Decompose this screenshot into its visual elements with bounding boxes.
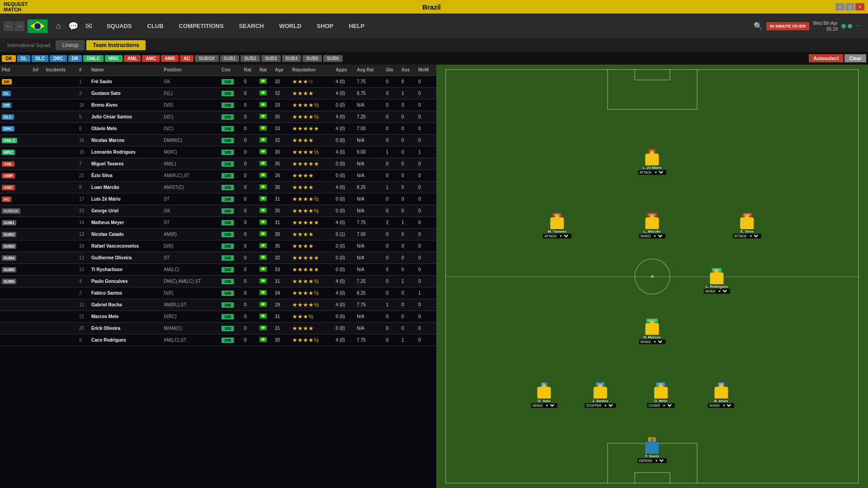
cell-ass: 0 [400,240,416,252]
table-row[interactable]: SUB6 4 Paulo Goncalves DM(C),AM(LC),ST 1… [0,275,436,287]
back-button[interactable]: ← [4,21,14,31]
nav-club[interactable]: CLUB [140,20,171,32]
filter-ac[interactable]: AC [180,55,193,62]
cell-pkd: SUB6 [0,275,31,287]
filter-amr[interactable]: AMR [161,55,179,62]
pitch-player[interactable]: GK F. Saulo DEFEND ▼ [637,437,667,463]
filter-aml[interactable]: AML [124,55,141,62]
nav-shop[interactable]: SHOP [310,20,341,32]
table-row[interactable]: AMC 8 Luan Marcão AM/ST(C) 100 0 30 ★★★★… [0,181,436,193]
cell-rat: 0 [242,322,258,334]
table-row[interactable]: 2 Fabico Santos D(R) 100 0 34 ★★★★½ 4 (0… [0,287,436,299]
table-row[interactable]: SUBGK 23 George Uriel GK 100 0 35 ★★★★½ … [0,205,436,216]
player-role-select[interactable]: ▼ [716,289,728,293]
player-role-select[interactable]: ▼ [651,234,664,238]
player-role-select[interactable]: ▼ [557,234,570,238]
table-row[interactable]: DLC 5 Julio César Santos D(C) 100 0 35 ★… [0,111,436,122]
cell-num: 23 [77,205,90,216]
nav-help[interactable]: HELP [341,20,372,32]
player-role-select[interactable]: ▼ [652,170,665,174]
table-row[interactable]: SUB5 10 Ti Rycharlison AM(LC) 100 0 33 ★… [0,263,436,275]
pitch-player[interactable]: DLC J. Santos STOPPER ▼ [585,382,616,408]
pitch-player[interactable]: MRC L. Rodrigues MIXED ▼ [703,268,730,294]
table-row[interactable]: SUB2 13 Nicolas Caiado AM(R) 100 0 30 ★★… [0,228,436,240]
chat-icon[interactable]: 💬 [68,21,78,31]
player-role-select[interactable]: ▼ [721,404,733,408]
table-row[interactable]: 20 Erick Oliveira M/AM(C) 100 0 31 ★★★★ … [0,322,436,334]
table-row[interactable]: DL 3 Gustavo Sato D(L) 100 0 32 ★★★★ 4 (… [0,87,436,99]
cell-age: 30 [273,146,290,158]
filter-dlc[interactable]: DLC [32,55,48,62]
table-row[interactable]: DR 18 Breno Alves D(R) 100 0 33 ★★★★½ 0 … [0,99,436,111]
clear-button[interactable]: Clear [844,54,866,62]
table-row[interactable]: MRC 15 Leonardo Rodrigues M(RC) 100 0 30… [0,146,436,158]
maximize-button[interactable]: □ [845,3,854,10]
table-row[interactable]: DMLC 16 Nicolas Marcos DM/M(C) 100 0 32 … [0,134,436,146]
filter-sub3[interactable]: SUB3 [261,55,281,62]
mail-icon[interactable]: ✉ [85,21,92,31]
table-row[interactable]: 22 Marcos Melo D(RC) 100 0 31 ★★★½ 0 (0)… [0,310,436,322]
nav-world[interactable]: WORLD [272,20,308,32]
close-button[interactable]: × [855,3,864,10]
player-role-select[interactable]: ▼ [661,404,673,408]
filter-drc[interactable]: DRC [50,55,67,62]
tab-team-instructions[interactable]: Team Instructions [86,40,145,50]
pitch-player[interactable]: DR B. Alves MIXED ▼ [708,382,735,408]
player-role-select[interactable]: ▼ [747,234,760,238]
cell-age: 32 [273,134,290,146]
table-row[interactable]: AC 17 Luis Zé Mário ST 100 0 31 ★★★★½ 0 … [0,193,436,205]
player-role-select[interactable]: ▼ [543,404,556,408]
pitch-player[interactable]: AMR É. Silva ATTACK ▼ [733,213,762,239]
filter-dmlc[interactable]: DMLC [83,55,104,62]
cell-pkd: DMLC [0,134,31,146]
nav-search[interactable]: SEARCH [232,20,271,32]
table-row[interactable]: DRC 6 Otávio Melo D(C) 100 0 33 ★★★★★ 4 … [0,122,436,134]
player-role-select[interactable]: ▼ [653,459,665,463]
pitch-player[interactable]: DL G. Sato MIXED ▼ [531,382,557,408]
filter-mrc[interactable]: MRC [105,55,123,62]
table-row[interactable]: GK 1 Fré Saulo GK 100 0 32 ★★★☆ 4 (0) 7.… [0,75,436,87]
pitch-player[interactable]: AML M. Tavares ATTACK ▼ [543,213,572,239]
pitch-player[interactable]: DMLC N. Marcos MIXED ▼ [639,319,665,344]
nav-squads[interactable]: SQUADS [99,20,139,32]
cell-inf [31,87,44,99]
cell-rat: 0 [242,310,258,322]
table-row[interactable]: 9 Caco Rodrigues AM(LC),ST 100 0 30 ★★★★… [0,334,436,346]
search-icon[interactable]: 🔍 [754,22,763,30]
autoselect-button[interactable]: Autoselect [809,54,843,62]
filter-sub4[interactable]: SUB4 [282,55,302,62]
menu-dots[interactable]: ⋯ [856,23,861,29]
pitch-player[interactable]: AC L. Zé Mário ATTACK ▼ [638,149,667,175]
filter-amc[interactable]: AMC [142,55,160,62]
filter-dl[interactable]: DL [17,55,30,62]
filter-sub5[interactable]: SUB5 [302,55,322,62]
pitch-player[interactable]: AMC L. Marcão MIXED ▼ [639,213,665,239]
nav-competitions[interactable]: COMPETITIONS [172,20,231,32]
cell-ass: 1 [400,275,416,287]
forward-button[interactable]: → [14,21,24,31]
cell-pkd: SUBGK [0,205,31,216]
pitch-player[interactable]: DRC O. Melo COVER ▼ [647,382,675,408]
filter-sub2[interactable]: SUB2 [241,55,260,62]
tab-lineup[interactable]: Lineup [56,40,85,50]
filter-sub6[interactable]: SUB6 [323,55,343,62]
player-role-select[interactable]: ▼ [651,340,664,344]
filter-sub1[interactable]: SUB1 [220,55,240,62]
cell-pkd [0,287,31,299]
table-row[interactable]: SUB1 14 Matheus Meyer ST 100 0 31 ★★★★★ … [0,216,436,228]
minimize-button[interactable]: − [835,3,844,10]
table-row[interactable]: SUB3 19 Rafael Vascoconselos D(R) 100 0 … [0,240,436,252]
filter-gk[interactable]: GK [2,55,16,62]
filter-dr[interactable]: DR [68,55,82,62]
cell-rep: ★★★★½ [290,205,334,216]
table-row[interactable]: AMR 21 Ézio Silva AM(RLC),ST 100 0 26 ★★… [0,169,436,181]
filter-subgk[interactable]: SUBGK [195,55,218,62]
table-row[interactable]: SUB4 12 Guilherme Oliveira ST 100 0 32 ★… [0,252,436,263]
cell-gls: 0 [384,193,400,205]
table-row[interactable]: 11 Gabriel Rocha AM(RL),ST 100 0 29 ★★★★… [0,299,436,310]
cell-mom: 0 [416,134,436,146]
cell-inf [31,322,44,334]
player-role-select[interactable]: ▼ [602,404,614,408]
table-row[interactable]: AML 7 Miguel Tavares AM(L) 100 0 35 ★★★★… [0,158,436,169]
home-icon[interactable]: ⌂ [56,21,61,31]
